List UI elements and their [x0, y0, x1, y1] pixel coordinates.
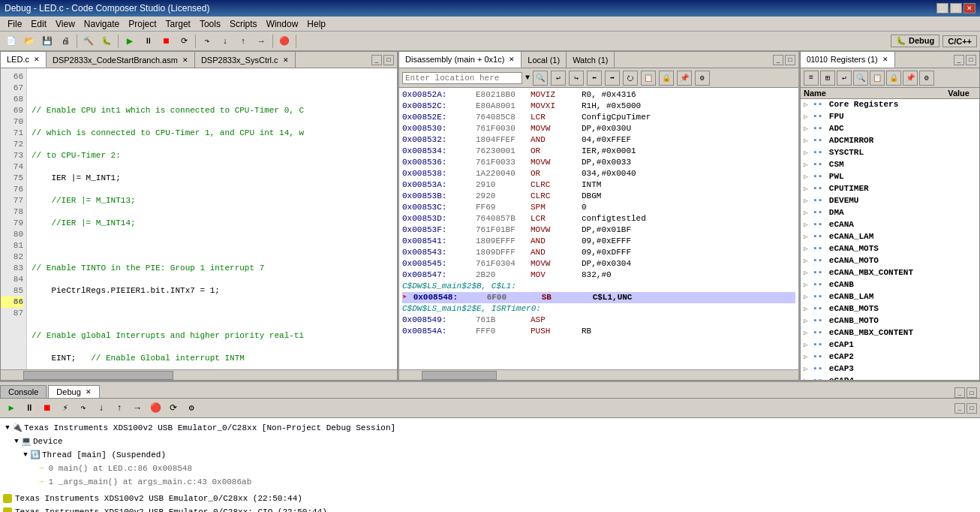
menu-window[interactable]: Window [262, 17, 303, 31]
debug-reload-btn[interactable]: ⟳ [165, 400, 182, 417]
debug-step-return-btn[interactable]: ↑ [111, 400, 128, 417]
tab-watch[interactable]: Watch (1) [567, 52, 615, 68]
debug-disconnect-btn[interactable]: ⚡ [57, 400, 74, 417]
list-item[interactable]: ▷ ▪▪ eCAP4 [801, 375, 979, 380]
list-item[interactable]: ▷ ▪▪ ADC [801, 123, 979, 135]
toolbar-build[interactable]: 🔨 [80, 33, 97, 50]
tab-led-c[interactable]: LED.c ✕ [1, 52, 47, 68]
toolbar-step-over[interactable]: ↷ [199, 33, 215, 50]
disasm-btn-7[interactable]: 📋 [641, 71, 656, 86]
disasm-btn-1[interactable]: 🔍 [533, 71, 548, 86]
list-item[interactable]: ▷ ▪▪ CSM [801, 159, 979, 171]
reg-settings[interactable]: ⚙ [919, 71, 934, 86]
reg-btn-7[interactable]: 📌 [903, 71, 918, 86]
menu-target[interactable]: Target [161, 17, 195, 31]
toolbar-save[interactable]: 💾 [39, 33, 56, 50]
tab-sysctrl[interactable]: DSP2833x_SysCtrl.c ✕ [195, 52, 296, 68]
bottom-maximize[interactable]: □ [966, 387, 977, 398]
tab-codestartbranch[interactable]: DSP2833x_CodeStartBranch.asm ✕ [47, 52, 195, 68]
debug-thread-item[interactable]: ▼ 🔃 Thread [main] (Suspended) [3, 448, 977, 462]
debug-terminate-btn[interactable]: ⏹ [39, 400, 56, 417]
disasm-content[interactable]: 0x00852A:E80218B0MOVIZR0, #0x4316 0x0085… [399, 88, 798, 369]
toolbar-resume[interactable]: ▶ [122, 33, 138, 50]
tab-disassembly[interactable]: Disassembly (main + 0x1c) ✕ [399, 52, 522, 68]
tab-debug[interactable]: Debug ✕ [48, 385, 99, 398]
disasm-scrollbar[interactable] [399, 369, 798, 380]
horizontal-scrollbar[interactable] [1, 369, 397, 380]
code-content[interactable]: // Enable CPU int1 which is connected to… [27, 68, 397, 369]
bottom-minimize[interactable]: _ [954, 387, 965, 398]
window-controls[interactable]: _ □ ✕ [936, 3, 975, 14]
editor-maximize[interactable]: □ [383, 55, 394, 65]
debug-step-over-btn[interactable]: ↷ [75, 400, 92, 417]
list-item[interactable]: ▷ ▪▪ PWL [801, 171, 979, 183]
toolbar-restart[interactable]: ⟳ [176, 33, 192, 50]
reg-btn-3[interactable]: ↩ [837, 71, 852, 86]
location-input[interactable] [402, 72, 522, 84]
list-item[interactable]: ▷ ▪▪ eCAP2 [801, 351, 979, 363]
toolbar-debug[interactable]: 🐛 [98, 33, 115, 50]
list-item[interactable]: ▷ ▪▪ eCANA_MOTO [801, 255, 979, 267]
list-item[interactable]: ▷ ▪▪ DEVEMU [801, 195, 979, 207]
tab-registers-close[interactable]: ✕ [882, 56, 888, 63]
reg-maximize[interactable]: □ [966, 55, 976, 65]
list-item[interactable]: ▷ ▪▪ eCANA [801, 219, 979, 231]
list-item[interactable]: ▷ ▪▪ eCAP3 [801, 363, 979, 375]
toolbar-run-to-line[interactable]: → [253, 33, 269, 50]
tab-sysctrl-close[interactable]: ✕ [283, 56, 289, 64]
editor-minimize[interactable]: _ [371, 55, 382, 65]
toolbar-new[interactable]: 📄 [3, 33, 20, 50]
perspective-cpp[interactable]: C/C++ [942, 35, 977, 47]
reg-btn-2[interactable]: ⊞ [820, 71, 835, 86]
debug-suspend-btn[interactable]: ⏸ [21, 400, 38, 417]
disasm-minimize[interactable]: _ [773, 55, 783, 65]
menu-project[interactable]: Project [124, 17, 161, 31]
list-item[interactable]: ▷ ▪▪ ADCMIRROR [801, 135, 979, 147]
disasm-btn-3[interactable]: ↪ [569, 71, 584, 86]
menu-navigate[interactable]: Navigate [80, 17, 124, 31]
disasm-btn-9[interactable]: 📌 [677, 71, 692, 86]
list-item[interactable]: ▷ ▪▪ SYSCTRL [801, 147, 979, 159]
tab-console[interactable]: Console [0, 385, 47, 398]
debug-session-item[interactable]: ▼ 🔌 Texas Instruments XDS100v2 USB Emula… [3, 421, 977, 435]
debug-settings-btn[interactable]: ⚙ [183, 400, 200, 417]
reg-content[interactable]: Name Value ▷ ▪▪ Core Registers ▷ ▪▪ FPU [801, 88, 979, 380]
reg-btn-1[interactable]: ≡ [804, 71, 819, 86]
tab-led-c-close[interactable]: ✕ [34, 56, 40, 63]
perspective-debug[interactable]: 🐛 Debug [891, 35, 939, 47]
debug-maximize[interactable]: □ [966, 403, 977, 414]
reg-btn-4[interactable]: 🔍 [853, 71, 868, 86]
tab-codestartbranch-close[interactable]: ✕ [182, 56, 188, 64]
reg-btn-6[interactable]: 🔒 [886, 71, 901, 86]
list-item[interactable]: ▷ ▪▪ eCANA_MBX_CONTENT [801, 267, 979, 279]
debug-assembly-step-btn[interactable]: → [129, 400, 146, 417]
dropdown-arrow-icon[interactable]: ▼ [525, 74, 530, 82]
tab-disassembly-close[interactable]: ✕ [509, 56, 515, 63]
list-item[interactable]: ▷ ▪▪ eCANB_MOTS [801, 303, 979, 315]
scrollbar-thumb[interactable] [23, 371, 173, 380]
disasm-btn-2[interactable]: ↩ [551, 71, 566, 86]
debug-step-into-btn[interactable]: ↓ [93, 400, 110, 417]
list-item[interactable]: ▷ ▪▪ eCANA_MOTS [801, 243, 979, 255]
toolbar-step-into[interactable]: ↓ [217, 33, 233, 50]
debug-minimize[interactable]: _ [954, 403, 965, 414]
disasm-settings[interactable]: ⚙ [695, 71, 710, 86]
disasm-maximize[interactable]: □ [785, 55, 795, 65]
toolbar-bp[interactable]: 🔴 [276, 33, 293, 50]
list-item[interactable]: ▷ ▪▪ eCANB_MOTO [801, 315, 979, 327]
debug-resume-btn[interactable]: ▶ [3, 400, 20, 417]
list-item[interactable]: ▷ ▪▪ eCANA_LAM [801, 231, 979, 243]
menu-view[interactable]: View [51, 17, 80, 31]
minimize-button[interactable]: _ [936, 3, 948, 14]
debug-frame0-item[interactable]: → 0 main() at LED.c:86 0x008548 [3, 462, 977, 475]
toolbar-print[interactable]: 🖨 [57, 33, 74, 50]
menu-edit[interactable]: Edit [26, 17, 51, 31]
menu-scripts[interactable]: Scripts [225, 17, 262, 31]
tab-local[interactable]: Local (1) [522, 52, 567, 68]
debug-frame1-item[interactable]: → 1 _args_main() at args_main.c:43 0x008… [3, 475, 977, 489]
toolbar-terminate[interactable]: ⏹ [158, 33, 174, 50]
list-item[interactable]: ▷ ▪▪ FPU [801, 111, 979, 123]
toolbar-suspend[interactable]: ⏸ [140, 33, 156, 50]
list-item[interactable]: ▷ ▪▪ DMA [801, 207, 979, 219]
disasm-btn-8[interactable]: 🔒 [659, 71, 674, 86]
